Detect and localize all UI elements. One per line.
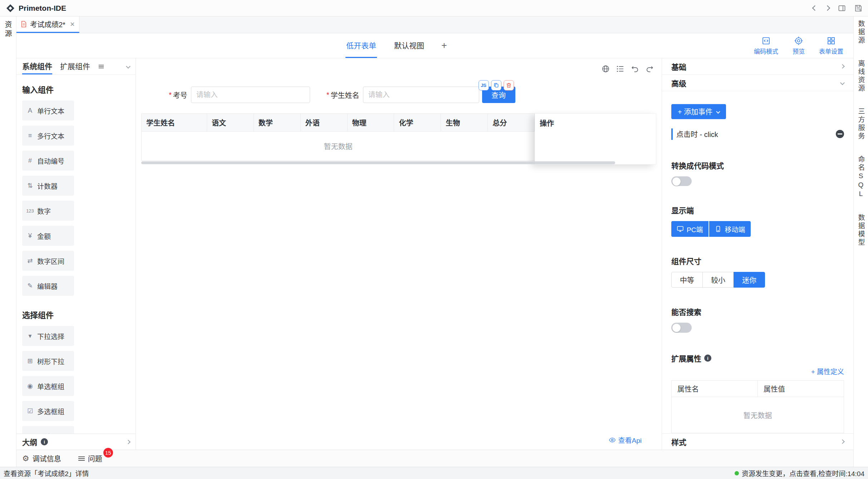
add-event-button[interactable]: + 添加事件 bbox=[671, 104, 726, 119]
col-chinese[interactable]: 语文 bbox=[207, 114, 254, 131]
size-option-medium[interactable]: 中等 bbox=[671, 272, 703, 288]
remove-event-icon[interactable] bbox=[836, 130, 844, 138]
phone-icon bbox=[715, 226, 721, 232]
exam-no-input[interactable] bbox=[191, 87, 310, 103]
group-title-input: 输入组件 bbox=[22, 83, 130, 95]
view-tab-lowcode-form[interactable]: 低开表单 bbox=[345, 33, 377, 58]
code-mode-toggle-label: 转换成代码模式 bbox=[671, 160, 724, 171]
delete-icon[interactable] bbox=[504, 80, 514, 91]
undo-icon[interactable] bbox=[631, 65, 639, 73]
layout-panel-icon[interactable] bbox=[838, 4, 846, 12]
component-item-auto-number[interactable]: #自动编号 bbox=[22, 151, 74, 171]
dock-item-offline-resources[interactable]: 离线资源 bbox=[856, 60, 866, 93]
col-physics[interactable]: 物理 bbox=[348, 114, 394, 131]
view-tab-default-view[interactable]: 默认视图 bbox=[393, 33, 425, 58]
tab-system-components[interactable]: 系统组件 bbox=[22, 58, 52, 74]
globe-icon[interactable] bbox=[602, 65, 610, 73]
dock-item-datasource[interactable]: 数据源 bbox=[856, 20, 866, 45]
form-settings-icon bbox=[827, 36, 836, 45]
searchable-toggle[interactable] bbox=[671, 323, 692, 333]
col-math[interactable]: 数学 bbox=[254, 114, 301, 131]
col-total[interactable]: 总分 bbox=[488, 114, 535, 131]
form-settings-button[interactable]: 表单设置 bbox=[819, 36, 843, 55]
tab-extended-components[interactable]: 扩展组件 bbox=[60, 58, 90, 74]
components-list: 输入组件 A单行文本 ≡多行文本 #自动编号 ⇅计数器 123数字 ¥金额 ⇄数… bbox=[16, 75, 136, 434]
dock-item-named-sql[interactable]: 命名SQL bbox=[856, 156, 866, 199]
add-view-button[interactable]: + bbox=[441, 33, 447, 58]
redo-icon[interactable] bbox=[646, 65, 654, 73]
component-item-dropdown[interactable]: ▾下拉选择 bbox=[22, 326, 74, 346]
exam-no-label: 考号 bbox=[173, 90, 187, 100]
col-student-name[interactable]: 学生姓名 bbox=[142, 114, 207, 131]
col-operation-selected[interactable]: 操作 bbox=[535, 113, 656, 165]
display-mobile-button[interactable]: 移动端 bbox=[709, 221, 751, 237]
view-bar: 低开表单 默认视图 + 编码模式 预览 bbox=[16, 33, 853, 58]
dock-item-data-model[interactable]: 数据模型 bbox=[856, 214, 866, 247]
nav-forward-icon[interactable] bbox=[825, 5, 830, 11]
debug-info-button[interactable]: ⚙ 调试信息 bbox=[22, 453, 61, 464]
status-left-text[interactable]: 查看资源「考试成绩2」详情 bbox=[4, 468, 89, 478]
required-asterisk: * bbox=[327, 91, 329, 99]
collapse-panel-icon[interactable] bbox=[126, 64, 131, 69]
component-item-amount[interactable]: ¥金额 bbox=[22, 226, 74, 246]
form-design-canvas[interactable]: * 考号 * 学生姓名 查询 JS bbox=[136, 58, 662, 450]
col-biology[interactable]: 生物 bbox=[441, 114, 488, 131]
preview-button[interactable]: 预览 bbox=[793, 36, 805, 55]
col-foreign-language[interactable]: 外语 bbox=[301, 114, 348, 131]
outline-tree-icon[interactable] bbox=[616, 65, 624, 73]
outline-label: 大纲 bbox=[22, 436, 37, 447]
copy-icon[interactable] bbox=[491, 80, 501, 91]
code-mode-icon bbox=[761, 36, 771, 45]
horizontal-scrollbar[interactable] bbox=[141, 161, 615, 164]
component-item-multi-text[interactable]: ≡多行文本 bbox=[22, 126, 74, 146]
dock-item-resources[interactable]: 资源 bbox=[3, 21, 13, 467]
view-api-link[interactable]: 查看Api bbox=[609, 435, 642, 445]
component-item-number-range[interactable]: ⇄数字区间 bbox=[22, 251, 74, 271]
nav-back-icon[interactable] bbox=[812, 5, 818, 11]
results-table: 学生姓名 语文 数学 外语 物理 化学 生物 总分 暂无数据 操作 bbox=[141, 113, 656, 161]
component-item-number[interactable]: 123数字 bbox=[22, 201, 74, 221]
attributes-table: 属性名 属性值 暂无数据 bbox=[671, 380, 844, 433]
component-item-checkbox-group[interactable]: ☑多选框组 bbox=[22, 401, 74, 421]
outline-footer[interactable]: 大纲 bbox=[16, 434, 136, 450]
size-option-small[interactable]: 较小 bbox=[702, 272, 734, 288]
status-right-text[interactable]: 资源发生变更，点击查看,检查时间:14:04 bbox=[742, 468, 864, 478]
save-icon[interactable] bbox=[854, 4, 862, 12]
document-tab-label: 考试成绩2* bbox=[30, 19, 65, 29]
section-advanced[interactable]: 高级 bbox=[662, 75, 853, 91]
outline-info-icon bbox=[41, 438, 48, 445]
col-chemistry[interactable]: 化学 bbox=[394, 114, 441, 131]
component-item-single-text[interactable]: A单行文本 bbox=[22, 101, 74, 121]
student-name-input[interactable] bbox=[363, 87, 479, 103]
properties-panel: 基础 高级 + 添加事件 点击时 - click 转换成 bbox=[662, 58, 853, 450]
document-tab-strip: 考试成绩2* bbox=[16, 16, 853, 33]
auto-number-icon: # bbox=[26, 157, 34, 165]
component-menu-icon[interactable] bbox=[99, 64, 104, 68]
tree-dropdown-icon: ⊞ bbox=[26, 357, 34, 365]
dock-item-third-party-services[interactable]: 三方服务 bbox=[856, 108, 866, 141]
tab-close-icon[interactable] bbox=[70, 20, 75, 28]
display-pc-button[interactable]: PC端 bbox=[671, 221, 708, 237]
document-tab-active[interactable]: 考试成绩2* bbox=[16, 16, 79, 33]
attr-name-header: 属性名 bbox=[672, 381, 758, 397]
problems-button[interactable]: 问题 15 bbox=[78, 453, 102, 464]
section-basic[interactable]: 基础 bbox=[662, 58, 853, 75]
section-style[interactable]: 样式 bbox=[662, 433, 853, 450]
event-item-click[interactable]: 点击时 - click bbox=[671, 127, 844, 141]
size-option-mini[interactable]: 迷你 bbox=[734, 272, 765, 288]
required-asterisk: * bbox=[169, 91, 172, 99]
code-mode-toggle[interactable] bbox=[671, 176, 692, 186]
component-item-tree-dropdown[interactable]: ⊞树形下拉 bbox=[22, 351, 74, 371]
radio-group-icon: ◉ bbox=[26, 382, 34, 390]
component-item-switch[interactable]: ⊶开关 bbox=[22, 426, 74, 434]
define-attribute-link[interactable]: + 属性定义 bbox=[811, 366, 844, 376]
js-action-badge[interactable]: JS bbox=[479, 80, 489, 91]
col-operation-label: 操作 bbox=[535, 114, 656, 132]
component-item-editor[interactable]: ✎编辑器 bbox=[22, 276, 74, 296]
debug-icon: ⚙ bbox=[22, 455, 29, 463]
attrs-empty-text: 暂无数据 bbox=[672, 397, 844, 433]
code-mode-button[interactable]: 编码模式 bbox=[754, 36, 778, 55]
component-item-radio-group[interactable]: ◉单选框组 bbox=[22, 376, 74, 396]
component-item-counter[interactable]: ⇅计数器 bbox=[22, 176, 74, 196]
outline-expand-icon[interactable] bbox=[126, 440, 131, 444]
